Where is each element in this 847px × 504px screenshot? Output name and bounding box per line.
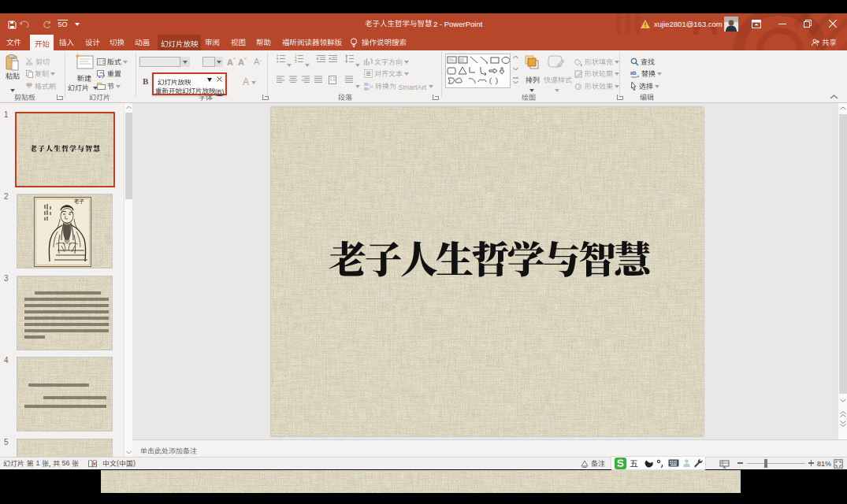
svg-text:ab: ab [630, 70, 637, 76]
svg-text:3: 3 [295, 60, 297, 63]
